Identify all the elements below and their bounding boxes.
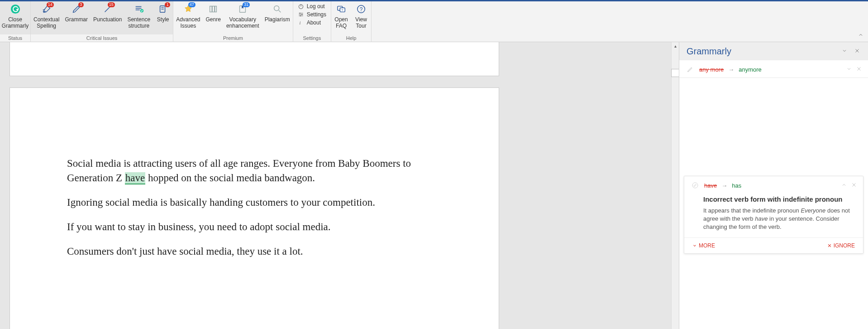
card2-collapse-button[interactable]: [841, 182, 847, 189]
card1-from: any more: [699, 66, 724, 73]
scroll-up-button[interactable]: ▴: [672, 42, 679, 50]
card2-title: Incorrect verb form with indefinite pron…: [703, 195, 857, 203]
more-button[interactable]: MORE: [692, 242, 715, 249]
svg-point-10: [299, 13, 300, 14]
genre-button[interactable]: Genre: [203, 1, 224, 34]
ribbon-group-status: CloseGrammarly Status: [0, 1, 31, 42]
paragraph-3: If you want to stay in business, you nee…: [67, 220, 443, 234]
document-text[interactable]: Social media is attracting users of all …: [67, 156, 443, 269]
chevron-up-icon: [841, 182, 847, 188]
info-icon: i: [298, 19, 304, 26]
card2-body: It appears that the indefinite pronoun E…: [703, 207, 857, 231]
close-grammarly-button[interactable]: CloseGrammarly: [0, 1, 30, 34]
card1-dismiss-button[interactable]: [856, 66, 862, 73]
card1-to: anymore: [739, 66, 762, 73]
chevron-down-icon: [692, 243, 697, 248]
panel-spacer: [679, 78, 868, 173]
svg-point-11: [301, 14, 302, 15]
svg-rect-5: [212, 6, 215, 12]
document-area: Social media is attracting users of all …: [0, 42, 679, 329]
svg-text:i: i: [299, 20, 300, 25]
punctuation-button[interactable]: 15 Punctuation: [91, 1, 124, 34]
plagiarism-button[interactable]: Plagiarism: [262, 1, 293, 34]
ribbon-filler: [372, 1, 868, 42]
panel-close-button[interactable]: [851, 48, 863, 55]
view-tour-button[interactable]: ? ViewTour: [351, 1, 371, 34]
ribbon-group-critical: 14 ContextualSpelling 3 Grammar 15 Punct…: [31, 1, 173, 42]
vocab-badge: 31: [243, 2, 250, 7]
svg-rect-6: [215, 6, 217, 12]
highlighted-word[interactable]: have: [125, 172, 145, 184]
logout-button[interactable]: Log out: [298, 3, 326, 10]
paragraph-4: Consumers don't just have social media, …: [67, 244, 443, 259]
group-label-settings: Settings: [293, 34, 331, 42]
paragraph-check-icon: [134, 4, 144, 14]
panel-dropdown-button[interactable]: [838, 48, 851, 55]
card-icon: [686, 66, 695, 73]
faq-icon: ?: [336, 4, 346, 14]
svg-rect-4: [210, 6, 212, 12]
close-label-1: Close: [8, 16, 22, 23]
card2-to: has: [732, 182, 741, 189]
close-icon: [851, 182, 857, 188]
paragraph-1: Social media is attracting users of all …: [67, 156, 443, 185]
help-circle-icon: ?: [356, 4, 366, 14]
power-icon: [298, 3, 304, 10]
suggestion-card-anymore[interactable]: any more → anymore: [679, 60, 868, 78]
svg-text:?: ?: [360, 6, 363, 13]
arrow-icon: →: [728, 66, 734, 73]
contextual-spelling-button[interactable]: 14 ContextualSpelling: [31, 1, 62, 34]
suggestion-card-have-has[interactable]: have → has Incorrect verb form with inde…: [684, 176, 863, 254]
pen-small-icon: [687, 66, 694, 73]
grammar-button[interactable]: 3 Grammar: [62, 1, 91, 34]
pen-circle-icon: [692, 182, 699, 189]
sliders-icon: [298, 11, 304, 18]
magnifier-icon: [272, 4, 282, 14]
svg-point-8: [274, 6, 279, 11]
sentence-structure-button[interactable]: Sentencestructure: [124, 1, 153, 34]
panel-header: Grammarly: [679, 42, 868, 60]
collapse-ribbon-button[interactable]: [858, 32, 863, 39]
paragraph-2: Ignoring social media is basically handi…: [67, 195, 443, 210]
grammar-badge: 3: [78, 2, 84, 7]
scroll-indicator[interactable]: [671, 69, 679, 77]
settings-button[interactable]: Settings: [298, 11, 326, 18]
books-icon: [208, 4, 218, 14]
vertical-scrollbar[interactable]: ▴: [671, 42, 679, 329]
svg-point-2: [140, 9, 143, 12]
ignore-button[interactable]: IGNORE: [827, 242, 855, 249]
ribbon-group-help: ? OpenFAQ ? ViewTour Help: [331, 1, 372, 42]
panel-title: Grammarly: [687, 46, 838, 57]
ribbon-group-settings: Log out Settings i About Settings: [293, 1, 331, 42]
contextual-badge: 14: [47, 2, 54, 7]
page-prev: [10, 42, 499, 76]
svg-point-12: [300, 15, 300, 16]
open-faq-button[interactable]: ? OpenFAQ: [331, 1, 351, 34]
punctuation-badge: 15: [108, 2, 115, 7]
close-label-2: Grammarly: [2, 23, 29, 29]
group-label-status: Status: [0, 34, 30, 42]
main-area: Social media is attracting users of all …: [0, 42, 868, 329]
vocabulary-button[interactable]: 31 Vocabularyenhancement: [224, 1, 262, 34]
style-button[interactable]: 1 Style: [153, 1, 173, 34]
chevron-up-icon: [858, 32, 863, 38]
ribbon-group-premium: 47 AdvancedIssues Genre 31 Vocabularyenh…: [173, 1, 293, 42]
advanced-issues-button[interactable]: 47 AdvancedIssues: [173, 1, 203, 34]
group-label-premium: Premium: [173, 34, 292, 42]
grammarly-panel: Grammarly any more → anymore: [679, 42, 868, 329]
chevron-down-icon: [842, 48, 847, 53]
card2-from: have: [704, 182, 717, 189]
grammarly-logo-icon: [10, 4, 20, 14]
card-icon: [691, 182, 700, 189]
chevron-down-icon: [846, 66, 852, 72]
card1-expand-button[interactable]: [846, 66, 852, 73]
group-label-critical: Critical Issues: [31, 34, 173, 42]
group-label-help: Help: [331, 34, 371, 42]
svg-text:?: ?: [341, 8, 343, 12]
ribbon: CloseGrammarly Status 14 ContextualSpell…: [0, 0, 868, 42]
about-button[interactable]: i About: [298, 19, 326, 26]
close-icon: [827, 243, 832, 248]
card2-dismiss-button[interactable]: [851, 182, 857, 189]
close-icon: [856, 66, 862, 72]
advanced-badge: 47: [188, 2, 196, 7]
